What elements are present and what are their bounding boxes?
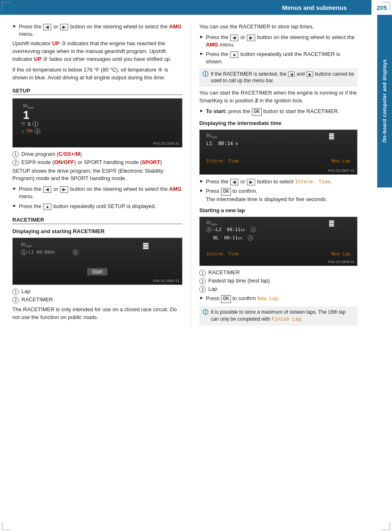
racetimer-heading: RACETIMER xyxy=(12,217,182,224)
num-nl3-circle: 3 xyxy=(199,286,206,293)
info-box-2: ⓘ It is possible to store a maximum of s… xyxy=(199,306,357,326)
right-column: You can use the RACETIMER to store lap t… xyxy=(191,23,378,328)
racetimer-sub-heading: Displaying and starting RACETIMER xyxy=(12,228,182,234)
right-bullet-1: ► Press the ◀ or ▶ button on the steerin… xyxy=(199,34,357,49)
newlap-num1-text: RACETIMER xyxy=(208,269,240,275)
header-bar: Menus and submenus 205 xyxy=(0,0,392,15)
info-box-1: ⓘ If the RACETIMER is selected, the ◀ an… xyxy=(199,68,357,87)
ok-newlap-btn: OK xyxy=(221,295,231,303)
newlap-bullet-text: Press OK to confirm New Lap. xyxy=(206,295,280,303)
bullet-arrow-i2-icon: ► xyxy=(199,188,204,193)
setup-image-caption: P54.33-2936-31 xyxy=(153,141,180,146)
nav-left-btn: ◀ xyxy=(43,24,51,30)
bullet-arrow-i1-icon: ► xyxy=(199,178,204,183)
crop-mark-tl xyxy=(2,2,10,10)
right-para-1: You can start the RACETIMER when the eng… xyxy=(199,89,357,105)
bullet-arrow-2-icon: ► xyxy=(12,186,17,191)
amg-label: AMG xyxy=(169,23,182,30)
nav-right-r1-btn: ▶ xyxy=(247,35,255,41)
nav-left-r1-btn: ◀ xyxy=(230,35,238,41)
setup-num1-text: Drive program (C/SS+/M) xyxy=(21,151,82,157)
side-tab-text: On-board computer and displays xyxy=(382,59,387,143)
num-nl1-circle: 1 xyxy=(199,270,206,276)
newlap-item-1: 1 RACETIMER xyxy=(199,269,357,276)
ok-btn: OK xyxy=(252,108,262,116)
right-bullet-2: ► Press the ▲ button repeatedly until th… xyxy=(199,51,357,65)
newlap-image: 60mph ≣ 3 —L2 00:11ss 1 BL 00:11ss 2 Int… xyxy=(199,217,357,266)
newlap-bullet: ► Press OK to confirm New Lap. xyxy=(199,295,357,303)
interm-bullet-1: ► Press the ◀ or ▶ button to select Inte… xyxy=(199,178,357,186)
interm-bullet-2-text: Press OK to confirm. The intermediate ti… xyxy=(206,187,327,203)
right-bullet-2-text: Press the ▲ button repeatedly until the … xyxy=(206,51,357,65)
oil-temp-para: If the oil temperature is below 176 °F (… xyxy=(12,66,182,82)
num-rt1-circle: 1 xyxy=(12,289,19,295)
nav-right-2-btn: ▶ xyxy=(60,186,68,193)
num-rt2-circle: 2 xyxy=(12,297,19,303)
nav-up-btn: ▲ xyxy=(43,204,51,210)
num-2-circle: 2 xyxy=(12,160,19,166)
info-icon-2: ⓘ xyxy=(203,309,208,316)
setup-num2-text: ESP® mode (ON/OFF) or SPORT handling mod… xyxy=(21,159,162,165)
header-title: Menus and submenus xyxy=(0,4,371,11)
interm-bullet-2: ► Press OK to confirm. The intermediate … xyxy=(199,187,357,203)
interm-bullet-1-text: Press the ◀ or ▶ button to select Interm… xyxy=(206,178,332,186)
side-tab: On-board computer and displays xyxy=(377,15,392,187)
setup-image: 60mph 1 ⛩ S 1 ♫ ON 2 P54.33-29 xyxy=(12,98,182,148)
setup-bullet-1: ► Press the ◀ or ▶ button on the steerin… xyxy=(12,185,182,200)
newlap-image-caption: P54.33-2809-31 xyxy=(328,260,355,264)
newlap-num3-text: Lap xyxy=(208,286,217,292)
crop-mark-bl xyxy=(2,522,10,530)
racetimer-item-2: 2 RACETIMER xyxy=(12,296,182,303)
disp-interm-heading: Displaying the intermediate time xyxy=(199,120,357,126)
num-1-circle: 1 xyxy=(12,151,19,158)
info-icon-1: ⓘ xyxy=(203,71,208,78)
interm-image: 60mph ≣ L1 00:14 n Interm. Time New Lap … xyxy=(199,130,357,175)
intro-bullet-text: Press the ◀ or ▶ button on the steering … xyxy=(19,23,182,38)
bullet-arrow-r2-icon: ► xyxy=(199,51,204,56)
racetimer-para: The RACETIMER is only intended for use o… xyxy=(12,306,182,322)
racetimer-item-1: 1 Lap xyxy=(12,288,182,295)
setup-item-2: 2 ESP® mode (ON/OFF) or SPORT handling m… xyxy=(12,159,182,166)
setup-item-1: 1 Drive program (C/SS+/M) xyxy=(12,151,182,158)
info-text-1: If the RACETIMER is selected, the ◀ and … xyxy=(211,71,354,85)
racetimer-start-image: 60mph ≣ 1 L1 00:0000 2 Start P54.33-2805… xyxy=(12,238,182,285)
to-start-bullet: ► To start: press the OK button to start… xyxy=(199,108,357,116)
bullet-arrow-r3-icon: ► xyxy=(199,108,204,113)
bullet-arrow-nl-icon: ► xyxy=(199,295,204,300)
nav-left-2-btn: ◀ xyxy=(43,186,51,193)
setup-bullet-2-text: Press the ▲ button repeatedly until SETU… xyxy=(19,203,156,210)
newlap-num2-text: Fastest lap time (best lap) xyxy=(208,278,270,284)
left-column: ► Press the ◀ or ▶ button on the steerin… xyxy=(0,23,191,328)
newlap-item-2: 2 Fastest lap time (best lap) xyxy=(199,278,357,285)
crop-mark-br xyxy=(382,522,390,530)
bullet-arrow-3-icon: ► xyxy=(12,203,17,208)
right-intro-para: You can use the RACETIMER to store lap t… xyxy=(199,23,357,31)
racetimer-num1-text: Lap xyxy=(21,288,30,294)
bullet-arrow-r1-icon: ► xyxy=(199,34,204,39)
setup-heading: SETUP xyxy=(12,88,182,95)
upshift-para: Upshift indicator UP ③ indicates that th… xyxy=(12,40,182,63)
main-content: ► Press the ◀ or ▶ button on the steerin… xyxy=(0,15,392,336)
num-nl2-circle: 2 xyxy=(199,278,206,285)
bullet-arrow-icon: ► xyxy=(12,23,17,28)
new-lap-heading: Starting a new lap xyxy=(199,207,357,213)
crop-mark-tr xyxy=(382,2,390,10)
setup-bullet-1-text: Press the ◀ or ▶ button on the steering … xyxy=(19,185,182,200)
right-bullet-1-text: Press the ◀ or ▶ button on the steering … xyxy=(206,34,357,49)
nav-right-btn: ▶ xyxy=(60,24,68,30)
nav-left-i1-btn: ◀ xyxy=(230,179,238,185)
racetimer-image-caption: P54.33-2805-31 xyxy=(153,279,180,283)
interm-image-caption: P54.33-2807-31 xyxy=(328,169,355,173)
ok-interm-btn: OK xyxy=(221,188,231,196)
to-start-text: To start: press the OK button to start t… xyxy=(206,108,339,116)
racetimer-num2-text: RACETIMER xyxy=(21,296,53,303)
intro-bullet: ► Press the ◀ or ▶ button on the steerin… xyxy=(12,23,182,38)
nav-up-r2-btn: ▲ xyxy=(230,51,238,58)
setup-bullet-2: ► Press the ▲ button repeatedly until SE… xyxy=(12,203,182,210)
info-text-2: It is possible to store a maximum of six… xyxy=(211,309,354,323)
newlap-item-3: 3 Lap xyxy=(199,286,357,293)
nav-right-i1-btn: ▶ xyxy=(247,179,255,185)
setup-para: SETUP shows the drive program, the ESP® … xyxy=(12,167,182,183)
